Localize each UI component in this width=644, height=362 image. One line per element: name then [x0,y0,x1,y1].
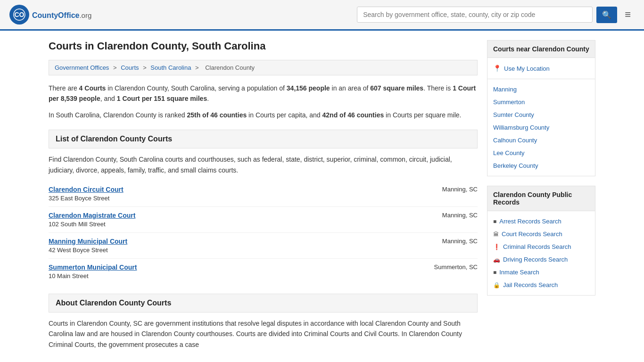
logo[interactable]: CO CountyOffice.org [9,5,91,25]
court-name-3[interactable]: Summerton Municipal Court [49,263,137,271]
court-entry-2: Manning Municipal Court 42 West Boyce St… [49,233,478,259]
about-section-title: About Clarendon County Courts [49,294,478,313]
main-content: Courts in Clarendon County, South Caroli… [49,40,478,355]
nearby-link-5[interactable]: Lee County [493,149,525,156]
court-city-2: Manning, SC [442,238,478,245]
arrest-icon: ■ [493,218,496,225]
menu-button[interactable]: ≡ [621,7,635,23]
sidebar-records-court[interactable]: 🏛 Court Records Search [487,228,595,240]
svg-text:CO: CO [15,11,25,18]
sidebar-nearby-title: Courts near Clarendon County [487,41,595,58]
logo-text: CountyOffice.org [32,9,91,20]
sidebar-nearby-content: 📍 Use My Location Manning Summerton Sumt… [487,58,595,176]
court-name-1[interactable]: Clarendon Magistrate Court [49,212,135,219]
info-paragraph-1: There are 4 Courts in Clarendon County, … [49,83,478,104]
court-city-0: Manning, SC [442,186,478,193]
breadcrumb: Government Offices > Courts > South Caro… [49,60,478,75]
court-entry-0: Clarendon Circuit Court 325 East Boyce S… [49,181,478,207]
main-container: Courts in Clarendon County, South Caroli… [39,31,605,362]
court-icon: 🏛 [493,231,499,238]
jail-icon: 🔒 [493,282,500,288]
court-city-3: Summerton, SC [434,263,478,271]
nearby-link-1[interactable]: Summerton [493,99,525,106]
sidebar-records-driving[interactable]: 🚗 Driving Records Search [487,253,595,266]
records-link-1[interactable]: Court Records Search [502,230,562,238]
location-icon: 📍 [493,65,501,72]
court-entry-3: Summerton Municipal Court 10 Main Street… [49,259,478,284]
nearby-link-6[interactable]: Berkeley County [493,162,538,169]
nearby-link-0[interactable]: Manning [493,86,517,93]
inmate-icon: ■ [493,269,496,276]
courts-list: Clarendon Circuit Court 325 East Boyce S… [49,181,478,284]
list-section-description: Find Clarendon County, South Carolina co… [49,154,478,175]
nearby-link-3[interactable]: Williamsburg County [493,124,549,131]
breadcrumb-government-offices[interactable]: Government Offices [55,64,109,71]
breadcrumb-current: Clarendon County [205,64,255,71]
sidebar-records-jail[interactable]: 🔒 Jail Records Search [487,279,595,291]
court-address-1: 102 South Mill Street [49,221,135,228]
search-area: 🔍 ≡ [357,7,635,23]
search-button[interactable]: 🔍 [596,7,617,23]
sidebar-nearby-section: Courts near Clarendon County 📍 Use My Lo… [487,40,595,176]
court-address-3: 10 Main Street [49,272,137,280]
sidebar-records-inmate[interactable]: ■ Inmate Search [487,266,595,279]
sidebar-nearby-berkeley[interactable]: Berkeley County [487,159,595,172]
court-address-0: 325 East Boyce Street [49,195,124,202]
sidebar-nearby-williamsburg[interactable]: Williamsburg County [487,121,595,134]
sidebar-records-criminal[interactable]: ❗ Criminal Records Search [487,240,595,253]
site-header: CO CountyOffice.org 🔍 ≡ [0,0,644,31]
criminal-icon: ❗ [493,244,500,250]
sidebar-records-arrest[interactable]: ■ Arrest Records Search [487,215,595,228]
records-link-3[interactable]: Driving Records Search [503,256,568,263]
nearby-link-2[interactable]: Sumter County [493,111,534,118]
records-link-2[interactable]: Criminal Records Search [503,243,571,250]
sidebar-use-location[interactable]: 📍 Use My Location [487,62,595,75]
sidebar-nearby-sumter-county[interactable]: Sumter County [487,108,595,121]
sidebar-nearby-manning[interactable]: Manning [487,83,595,96]
sidebar-nearby-calhoun[interactable]: Calhoun County [487,134,595,147]
breadcrumb-courts[interactable]: Courts [121,64,139,71]
driving-icon: 🚗 [493,256,500,263]
sidebar: Courts near Clarendon County 📍 Use My Lo… [487,40,595,355]
sidebar-records-title: Clarendon County Public Records [487,186,595,211]
info-paragraph-2: In South Carolina, Clarendon County is r… [49,110,478,120]
records-link-0[interactable]: Arrest Records Search [499,218,561,225]
about-section-description: Courts in Clarendon County, SC are gover… [49,318,478,350]
search-input[interactable] [357,7,593,23]
records-link-4[interactable]: Inmate Search [499,269,539,276]
court-city-1: Manning, SC [442,212,478,219]
nearby-link-4[interactable]: Calhoun County [493,137,537,144]
logo-icon: CO [9,5,29,25]
sidebar-records-section: Clarendon County Public Records ■ Arrest… [487,186,595,296]
court-entry-1: Clarendon Magistrate Court 102 South Mil… [49,207,478,233]
sidebar-nearby-lee-county[interactable]: Lee County [487,147,595,159]
list-section-title: List of Clarendon County Courts [49,130,478,148]
court-name-2[interactable]: Manning Municipal Court [49,238,127,245]
use-location-link[interactable]: Use My Location [504,65,550,72]
page-title: Courts in Clarendon County, South Caroli… [49,40,478,52]
records-link-5[interactable]: Jail Records Search [503,281,558,288]
court-address-2: 42 West Boyce Street [49,247,127,254]
breadcrumb-south-carolina[interactable]: South Carolina [150,64,191,71]
court-name-0[interactable]: Clarendon Circuit Court [49,186,124,193]
sidebar-records-content: ■ Arrest Records Search 🏛 Court Records … [487,211,595,295]
sidebar-nearby-summerton[interactable]: Summerton [487,96,595,108]
